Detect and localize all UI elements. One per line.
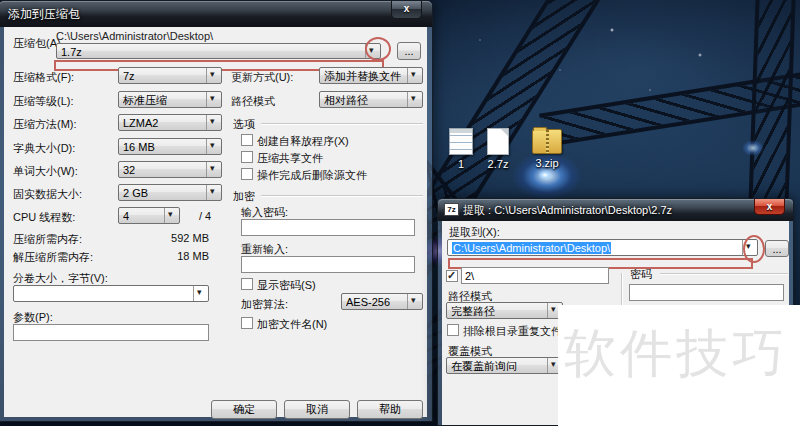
shared-files-checkbox[interactable] — [241, 151, 253, 163]
watermark-panel: 软件技巧 — [558, 305, 800, 426]
show-password-label: 显示密码(S) — [257, 278, 316, 293]
level-combobox[interactable]: 标准压缩 — [118, 91, 222, 108]
browse-label: ... — [404, 45, 413, 57]
add-dialog-close-button[interactable]: x — [391, 1, 422, 19]
password-group-label: 密码 — [630, 267, 652, 282]
extract-dialog-title: 提取 : C:\Users\Administrator\Desktop\2.7z — [463, 203, 672, 218]
archive-name-combobox[interactable]: 1.7z — [56, 43, 381, 59]
add-dialog-titlebar[interactable]: 添加到压缩包 — [0, 1, 432, 27]
reenter-password-label: 重新输入: — [241, 242, 288, 257]
cpu-threads-max: / 4 — [199, 210, 211, 222]
encryption-method-value: AES-256 — [346, 295, 390, 309]
memory-compress-label: 压缩所需内存: — [13, 232, 82, 247]
extract-browse-button[interactable]: ... — [765, 240, 789, 257]
overwrite-mode-value: 在覆盖前询问 — [451, 359, 517, 373]
extract-password-input[interactable] — [629, 284, 784, 301]
encryption-group-label: 加密 — [233, 189, 255, 204]
screen: 1 2.7z 3.zip 添加到压缩包 x 压缩包(A) C:\Users\Ad… — [0, 0, 800, 426]
extract-to-value: C:\Users\Administrator\Desktop\ — [452, 241, 611, 255]
archive-label: 压缩包(A) — [13, 36, 61, 51]
chevron-down-icon — [206, 139, 221, 154]
path-mode-combobox[interactable]: 相对路径 — [319, 91, 423, 108]
shared-files-label: 压缩共享文件 — [257, 151, 323, 166]
delete-after-checkbox[interactable] — [241, 168, 253, 180]
dictionary-label: 字典大小(D): — [13, 141, 75, 156]
method-value: LZMA2 — [123, 116, 158, 130]
format-combobox[interactable]: 7z — [118, 67, 222, 84]
archive-browse-button[interactable]: ... — [397, 42, 421, 60]
eliminate-duplication-label: 排除根目录重复文件 — [463, 324, 562, 339]
path-mode-label: 路径模式 — [231, 94, 275, 109]
chevron-down-icon — [206, 115, 221, 130]
desktop-icon-3-zip[interactable]: 3.zip — [519, 129, 575, 169]
browse-label: ... — [772, 243, 781, 255]
reenter-password-input[interactable] — [241, 256, 415, 273]
overwrite-mode-combobox[interactable]: 在覆盖前询问 — [446, 357, 563, 374]
volume-size-combobox[interactable] — [13, 285, 209, 302]
cancel-button[interactable]: 取消 — [284, 400, 350, 419]
chevron-down-icon — [206, 185, 221, 200]
chevron-down-icon — [206, 162, 221, 177]
dictionary-combobox[interactable]: 16 MB — [118, 138, 222, 155]
document-file-icon — [487, 128, 509, 155]
format-value: 7z — [123, 69, 135, 83]
enter-password-label: 输入密码: — [241, 205, 288, 220]
7zip-app-icon: 7z — [444, 203, 459, 216]
desktop-icon-2-7z[interactable]: 2.7z — [470, 128, 526, 170]
chevron-down-icon — [164, 208, 179, 223]
encryption-method-combobox[interactable]: AES-256 — [341, 293, 423, 310]
method-combobox[interactable]: LZMA2 — [118, 114, 222, 131]
word-size-combobox[interactable]: 32 — [118, 161, 222, 178]
password-group-line — [660, 273, 788, 274]
chevron-down-icon — [206, 68, 221, 83]
eliminate-duplication-checkbox[interactable] — [447, 324, 459, 336]
zip-folder-icon — [532, 129, 562, 154]
sfx-label: 创建自释放程序(X) — [257, 134, 349, 149]
cpu-threads-combobox[interactable]: 4 — [118, 207, 180, 224]
memory-compress-value: 592 MB — [131, 232, 209, 244]
parameters-input[interactable] — [13, 324, 209, 341]
encrypt-filenames-checkbox[interactable] — [241, 317, 253, 329]
cancel-label: 取消 — [306, 403, 328, 415]
password-input[interactable] — [241, 219, 415, 236]
add-dialog-title: 添加到压缩包 — [8, 6, 80, 23]
level-value: 标准压缩 — [123, 93, 167, 107]
blue-light-core — [538, 170, 552, 180]
encryption-method-label: 加密算法: — [241, 297, 288, 312]
extract-dialog-close-button[interactable]: x — [754, 199, 785, 215]
volume-size-label: 分卷大小，字节(V): — [13, 271, 108, 286]
selected-path-text: C:\Users\Administrator\Desktop\ — [452, 242, 611, 254]
encryption-group-line — [261, 195, 423, 196]
memory-decompress-label: 解压缩所需内存: — [13, 250, 93, 265]
red-ellipse-annotation — [365, 37, 391, 61]
icon-label: 3.zip — [519, 157, 575, 169]
help-button[interactable]: 帮助 — [357, 400, 423, 419]
archive-name-value: 1.7z — [61, 45, 82, 59]
memory-decompress-value: 18 MB — [131, 250, 209, 262]
show-password-checkbox[interactable] — [241, 278, 253, 290]
update-mode-value: 添加并替换文件 — [324, 69, 401, 83]
subfolder-input[interactable]: 2\ — [461, 267, 609, 284]
chevron-down-icon — [407, 68, 422, 83]
chevron-down-icon — [206, 92, 221, 107]
level-label: 压缩等级(L): — [13, 94, 74, 109]
extract-to-label: 提取到(X): — [449, 225, 500, 240]
subfolder-checkbox[interactable] — [446, 270, 458, 282]
delete-after-label: 操作完成后删除源文件 — [257, 168, 367, 183]
cpu-threads-value: 4 — [123, 209, 129, 223]
chevron-down-icon — [407, 92, 422, 107]
solid-block-combobox[interactable]: 2 GB — [118, 184, 222, 201]
options-group-label: 选项 — [233, 117, 255, 132]
extract-dialog-titlebar[interactable]: 7z 提取 : C:\Users\Administrator\Desktop\2… — [438, 199, 793, 221]
watermark-text: 软件技巧 — [564, 319, 788, 389]
update-mode-label: 更新方式(U): — [231, 70, 293, 85]
extract-to-combobox[interactable]: C:\Users\Administrator\Desktop\ — [447, 239, 758, 256]
small-light-glow — [742, 140, 764, 156]
ok-button[interactable]: 确定 — [211, 400, 277, 419]
ok-label: 确定 — [233, 403, 255, 415]
update-mode-combobox[interactable]: 添加并替换文件 — [319, 67, 423, 84]
parameters-label: 参数(P): — [13, 310, 53, 325]
sfx-checkbox[interactable] — [241, 134, 253, 146]
extract-path-mode-combobox[interactable]: 完整路径 — [446, 302, 563, 319]
subfolder-value: 2\ — [465, 269, 474, 283]
